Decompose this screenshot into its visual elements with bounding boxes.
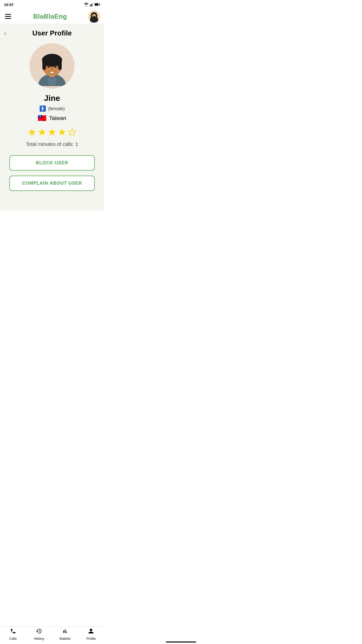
star-5: ★ xyxy=(68,126,77,138)
svg-point-27 xyxy=(55,68,59,71)
svg-rect-3 xyxy=(93,3,93,6)
gender-text: (female) xyxy=(48,106,65,111)
wifi-icon xyxy=(84,3,88,6)
status-icons xyxy=(84,3,100,6)
complain-about-user-button[interactable]: COMPLAIN ABOUT USER xyxy=(9,176,95,191)
star-3: ★ xyxy=(48,126,57,138)
back-button[interactable]: ‹ xyxy=(4,30,6,37)
gender-icon: 🚺 xyxy=(39,105,46,112)
svg-rect-2 xyxy=(92,4,92,7)
page-title: User Profile xyxy=(32,29,72,37)
status-time: 10:57 xyxy=(4,3,14,7)
svg-rect-5 xyxy=(99,4,100,5)
battery-icon xyxy=(95,3,100,6)
block-user-button[interactable]: BLOCK USER xyxy=(9,155,95,171)
country-name: Taiwan xyxy=(49,115,66,122)
total-calls: Total minutes of calls: 1 xyxy=(26,141,78,147)
svg-point-24 xyxy=(56,66,56,66)
page-content: ‹ User Profile xyxy=(0,24,104,210)
country-flag: 🇹🇼 xyxy=(38,114,47,122)
svg-point-18 xyxy=(42,55,62,63)
svg-point-25 xyxy=(51,68,53,70)
menu-button[interactable] xyxy=(4,13,12,20)
page-header: ‹ User Profile xyxy=(4,29,100,37)
star-2: ★ xyxy=(37,126,47,138)
gender-row: 🚺 (female) xyxy=(39,105,65,112)
svg-point-23 xyxy=(49,66,50,66)
current-user-avatar[interactable] xyxy=(88,11,100,23)
star-4: ★ xyxy=(58,126,67,138)
svg-point-26 xyxy=(45,68,49,71)
svg-rect-6 xyxy=(95,4,98,5)
svg-rect-0 xyxy=(90,5,90,6)
stars-rating: ★ ★ ★ ★ ★ xyxy=(27,126,77,138)
profile-avatar-container xyxy=(29,43,75,89)
status-bar: 10:57 xyxy=(0,0,104,9)
avatar-icon xyxy=(88,11,100,23)
country-row: 🇹🇼 Taiwan xyxy=(38,114,66,122)
user-name: Jine xyxy=(44,94,60,103)
star-1: ★ xyxy=(27,126,36,138)
svg-rect-1 xyxy=(91,4,91,6)
profile-avatar-image xyxy=(32,46,72,86)
top-bar: BlaBlaEng xyxy=(0,9,104,24)
app-title: BlaBlaEng xyxy=(33,13,67,20)
signal-icon xyxy=(89,3,94,6)
